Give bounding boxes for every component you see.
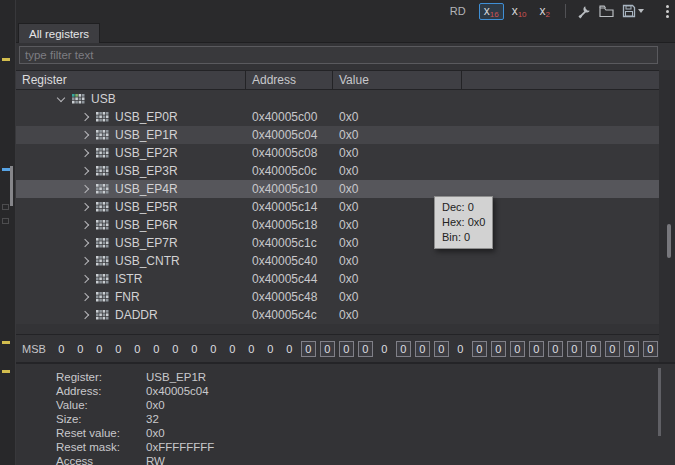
bit-cell[interactable]: 0 — [548, 341, 563, 357]
bit-cell[interactable]: 0 — [358, 341, 373, 357]
details-row: Register:USB_EP1R — [56, 370, 675, 384]
table-row[interactable]: USB — [16, 90, 659, 108]
bit-cell[interactable]: 0 — [111, 341, 126, 357]
bit-cell[interactable]: 0 — [54, 341, 69, 357]
chevron-right-icon[interactable] — [81, 167, 89, 175]
details-row: Size:32 — [56, 412, 675, 426]
radix-x16-button[interactable]: x16 — [479, 3, 504, 20]
register-address: 0x40005c00 — [246, 108, 333, 126]
table-row[interactable]: USB_EP5R0x40005c140x0 — [16, 198, 659, 216]
details-value: 0x0 — [146, 426, 165, 440]
chevron-right-icon[interactable] — [81, 149, 89, 157]
radix-x10-button[interactable]: x10 — [507, 3, 532, 20]
bit-cell[interactable]: 0 — [396, 341, 411, 357]
chevron-right-icon[interactable] — [81, 221, 89, 229]
bit-cell[interactable]: 0 — [472, 341, 487, 357]
bit-cell[interactable]: 0 — [434, 341, 449, 357]
register-icon — [96, 220, 109, 230]
register-value: 0x0 — [333, 126, 462, 144]
bit-cell[interactable]: 0 — [263, 341, 278, 357]
chevron-right-icon[interactable] — [81, 131, 89, 139]
bit-cell[interactable]: 0 — [187, 341, 202, 357]
bit-cell[interactable]: 0 — [149, 341, 164, 357]
bit-cell[interactable]: 0 — [92, 341, 107, 357]
register-address: 0x40005c10 — [246, 180, 333, 198]
bit-cell[interactable]: 0 — [301, 341, 316, 357]
bit-cell[interactable]: 0 — [529, 341, 544, 357]
table-row[interactable]: USB_EP3R0x40005c0c0x0 — [16, 162, 659, 180]
tab-all-registers[interactable]: All registers — [18, 23, 100, 43]
bit-cell[interactable]: 0 — [586, 341, 601, 357]
bit-cell[interactable]: 0 — [491, 341, 506, 357]
tools-icon[interactable] — [576, 2, 593, 20]
bit-cell[interactable]: 0 — [282, 341, 297, 357]
bit-cell[interactable]: 0 — [415, 341, 430, 357]
register-address: 0x40005c08 — [246, 144, 333, 162]
register-name: USB_EP1R — [115, 128, 178, 142]
register-name: USB_CNTR — [115, 254, 180, 268]
save-dropdown-arrow-icon[interactable] — [638, 9, 644, 13]
chevron-right-icon[interactable] — [81, 185, 89, 193]
chevron-right-icon[interactable] — [81, 239, 89, 247]
table-scrollbar-track[interactable] — [659, 70, 675, 362]
chevron-right-icon[interactable] — [81, 293, 89, 301]
register-name: USB_EP5R — [115, 200, 178, 214]
rd-label: RD — [450, 5, 466, 17]
table-row[interactable]: USB_EP2R0x40005c080x0 — [16, 144, 659, 162]
column-header-address[interactable]: Address — [246, 71, 333, 89]
column-header-register[interactable]: Register — [16, 71, 246, 89]
msb-label: MSB — [22, 343, 46, 355]
bit-cell[interactable]: 0 — [567, 341, 582, 357]
table-row[interactable]: USB_EP1R0x40005c040x0 — [16, 126, 659, 144]
details-value: USB_EP1R — [146, 370, 206, 384]
bit-view: MSB 00000000000000000000000000000000 LSB — [16, 334, 659, 362]
tooltip-line: Dec: 0 — [442, 200, 485, 215]
register-icon — [96, 130, 109, 140]
import-icon[interactable] — [598, 2, 616, 20]
register-icon — [96, 274, 109, 284]
bit-cell[interactable]: 0 — [377, 341, 392, 357]
register-name: FNR — [115, 290, 140, 304]
table-row[interactable]: FNR0x40005c480x0 — [16, 288, 659, 306]
details-row: Address:0x40005c04 — [56, 384, 675, 398]
bit-cell[interactable]: 0 — [206, 341, 221, 357]
details-scrollbar-thumb[interactable] — [658, 368, 661, 436]
table-row[interactable]: ISTR0x40005c440x0 — [16, 270, 659, 288]
filter-input[interactable] — [19, 46, 658, 64]
bit-cell[interactable]: 0 — [510, 341, 525, 357]
chevron-right-icon[interactable] — [81, 311, 89, 319]
chevron-right-icon[interactable] — [81, 203, 89, 211]
gutter-scrollbar[interactable] — [10, 166, 13, 206]
table-row[interactable]: USB_EP4R0x40005c100x0 — [16, 180, 659, 198]
chevron-right-icon[interactable] — [81, 257, 89, 265]
bit-cell[interactable]: 0 — [168, 341, 183, 357]
bit-cell[interactable]: 0 — [624, 341, 639, 357]
table-row[interactable]: USB_EP0R0x40005c000x0 — [16, 108, 659, 126]
table-scrollbar-thumb[interactable] — [667, 224, 671, 258]
bit-cell[interactable]: 0 — [73, 341, 88, 357]
bit-cell[interactable]: 0 — [320, 341, 335, 357]
bit-cell[interactable]: 0 — [453, 341, 468, 357]
bit-cell[interactable]: 0 — [605, 341, 620, 357]
table-row[interactable]: USB_EP6R0x40005c180x0 — [16, 216, 659, 234]
details-value: 32 — [146, 412, 159, 426]
details-panel: Register:USB_EP1RAddress:0x40005c04Value… — [16, 362, 675, 465]
register-group-icon — [72, 94, 85, 104]
bit-cell[interactable]: 0 — [130, 341, 145, 357]
register-address: 0x40005c48 — [246, 288, 333, 306]
bit-cell[interactable]: 0 — [643, 341, 658, 357]
bit-cell[interactable]: 0 — [225, 341, 240, 357]
bit-cell[interactable]: 0 — [339, 341, 354, 357]
table-row[interactable]: USB_EP7R0x40005c1c0x0 — [16, 234, 659, 252]
chevron-right-icon[interactable] — [81, 113, 89, 121]
table-row[interactable]: USB_CNTR0x40005c400x0 — [16, 252, 659, 270]
register-address: 0x40005c18 — [246, 216, 333, 234]
save-icon[interactable] — [621, 2, 645, 20]
bit-cell[interactable]: 0 — [244, 341, 259, 357]
radix-x2-button[interactable]: x2 — [535, 3, 555, 20]
chevron-right-icon[interactable] — [81, 275, 89, 283]
column-header-value[interactable]: Value — [333, 71, 462, 89]
overflow-menu-icon[interactable] — [666, 5, 669, 20]
chevron-down-icon[interactable] — [57, 94, 65, 102]
table-row[interactable]: DADDR0x40005c4c0x0 — [16, 306, 659, 324]
